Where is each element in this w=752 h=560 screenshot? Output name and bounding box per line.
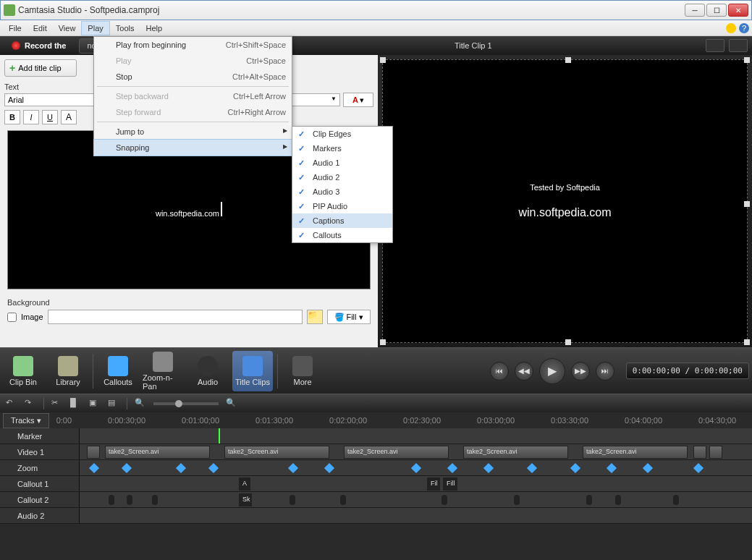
snap-audio1[interactable]: Audio 1 [292,156,392,170]
menu-view[interactable]: View [53,22,82,35]
snap-callouts[interactable]: Callouts [292,228,392,242]
undo-icon[interactable]: ↶ [6,398,17,410]
callout-badge[interactable]: Sk [239,493,252,506]
callout-badge[interactable]: Fill [443,478,457,491]
tab-library[interactable]: Library [48,351,88,391]
menu-jump-to[interactable]: Jump to [94,124,292,140]
prev-button[interactable]: ⏮ [490,362,509,381]
menu-snapping[interactable]: Snapping [93,139,292,156]
resize-handle[interactable] [744,57,750,63]
resize-handle[interactable] [565,57,571,63]
font-color-button[interactable]: A▾ [343,93,373,107]
italic-button[interactable]: I [23,110,39,124]
add-title-clip-button[interactable]: +Add title clip [4,59,77,77]
split-icon[interactable]: █ [70,398,82,410]
help-icon[interactable]: ? [739,23,749,33]
tab-callouts[interactable]: Callouts [98,351,138,391]
callout-mark[interactable] [586,495,592,505]
snap-audio2[interactable]: Audio 2 [292,170,392,184]
preview-canvas[interactable]: Tested by Softpedia win.softpedia.com [382,59,748,343]
close-button[interactable]: ✕ [728,4,748,17]
fullscreen-icon[interactable] [706,39,724,52]
zoom-keyframe[interactable] [89,463,99,473]
record-button[interactable]: Record the [4,39,73,52]
clip[interactable]: take2_Screen.avi [224,446,329,459]
snap-pip-audio[interactable]: PIP Audio [292,199,392,213]
clip[interactable]: take2_Screen.avi [583,446,688,459]
browse-button[interactable]: 📁 [307,310,323,324]
clip[interactable] [709,446,722,459]
tab-title-clips[interactable]: Title Clips [232,351,273,391]
tab-clipbin[interactable]: Clip Bin [3,351,43,391]
tab-zoom[interactable]: Zoom-n-Pan [143,351,183,391]
zoom-keyframe[interactable] [693,463,704,473]
resize-handle[interactable] [380,339,386,345]
callout-badge[interactable]: Fil [427,478,440,491]
copy-icon[interactable]: ▣ [89,398,101,410]
bold-button[interactable]: B [4,110,20,124]
callout-mark[interactable] [673,495,679,505]
snap-clip-edges[interactable]: Clip Edges [292,127,392,141]
zoom-keyframe[interactable] [411,463,421,473]
tip-icon[interactable] [726,23,736,33]
cut-icon[interactable]: ✂ [51,398,63,410]
underline-button[interactable]: U [42,110,58,124]
menu-play[interactable]: Play [81,21,109,35]
paste-icon[interactable]: ▤ [108,398,119,410]
menu-stop[interactable]: StopCtrl+Alt+Space [94,69,292,85]
callout-mark[interactable] [442,495,447,505]
snap-audio3[interactable]: Audio 3 [292,184,392,199]
menu-step-backward[interactable]: Step backwardCtrl+Left Arrow [94,88,292,104]
image-checkbox[interactable] [7,313,17,322]
zoom-keyframe[interactable] [483,463,494,473]
callout-mark[interactable] [109,495,114,505]
text-style-button[interactable]: A [61,110,77,124]
zoom-keyframe[interactable] [607,463,617,473]
resize-handle[interactable] [380,57,386,63]
redo-icon[interactable]: ↷ [25,398,36,410]
next-button[interactable]: ⏭ [596,362,614,381]
snap-markers[interactable]: Markers [292,141,392,156]
resize-handle[interactable] [744,201,750,207]
clip[interactable]: take2_Screen.avi [105,446,210,459]
tab-audio[interactable]: Audio [187,351,228,391]
play-button[interactable]: ▶ [539,358,565,384]
playhead[interactable] [219,428,220,444]
zoom-slider[interactable] [153,402,219,405]
callout-mark[interactable] [615,495,621,505]
menu-play-from-beginning[interactable]: Play from beginningCtrl+Shift+Space [94,37,292,53]
zoom-keyframe[interactable] [122,463,132,473]
menu-play-item[interactable]: PlayCtrl+Space [94,53,292,69]
menu-tools[interactable]: Tools [110,22,140,35]
clip[interactable]: take2_Screen.avi [463,446,568,459]
callout-mark[interactable] [514,495,520,505]
zoom-keyframe[interactable] [288,463,298,473]
zoom-out-icon[interactable]: 🔍 [135,398,146,410]
callout-mark[interactable] [127,495,132,505]
rewind-button[interactable]: ◀◀ [515,362,533,381]
zoom-keyframe[interactable] [643,463,653,473]
menu-step-forward[interactable]: Step forwardCtrl+Right Arrow [94,104,292,120]
zoom-keyframe[interactable] [208,463,219,473]
zoom-keyframe[interactable] [570,463,580,473]
maximize-button[interactable]: ☐ [706,4,727,17]
callout-mark[interactable] [152,495,158,505]
tracks-button[interactable]: Tracks ▾ [3,413,49,428]
callout-badge[interactable]: A [239,478,250,491]
menu-edit[interactable]: Edit [28,22,53,35]
clip[interactable] [693,446,706,459]
menu-file[interactable]: File [3,22,28,35]
callout-mark[interactable] [290,495,295,505]
zoom-keyframe[interactable] [324,463,334,473]
fill-button[interactable]: 🪣Fill ▾ [327,310,371,324]
resize-handle[interactable] [744,339,750,345]
time-ruler[interactable]: 0:000:00:30;000:01:00;000:01:30;000:02:0… [49,416,752,425]
detach-icon[interactable] [729,39,748,52]
callout-mark[interactable] [340,495,346,505]
forward-button[interactable]: ▶▶ [571,362,590,381]
minimize-button[interactable]: ─ [685,4,705,17]
snap-captions[interactable]: Captions [292,213,392,228]
zoom-in-icon[interactable]: 🔍 [226,398,237,410]
clip[interactable] [87,446,100,459]
image-path-input[interactable] [48,310,303,324]
